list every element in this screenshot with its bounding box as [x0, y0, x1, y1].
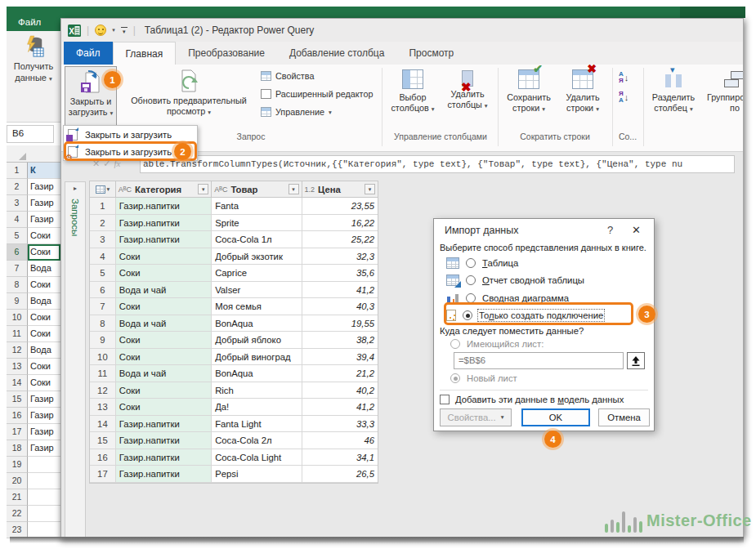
excel-row-number[interactable]: 2 [7, 179, 28, 195]
excel-cell[interactable]: Соки [28, 310, 60, 326]
excel-cell[interactable]: Соки [28, 375, 60, 391]
excel-cell[interactable]: Вода [28, 342, 60, 359]
excel-cell[interactable]: Газир [28, 195, 60, 212]
excel-row-number[interactable]: 13 [7, 359, 28, 375]
expand-pane-icon[interactable]: ▸ [65, 182, 85, 192]
cell-category[interactable]: Газир.напитки [116, 416, 212, 433]
excel-cell[interactable]: Соки [28, 228, 60, 244]
sort-ascending-button[interactable]: АЯ↓ [619, 71, 629, 84]
radio-button[interactable] [466, 293, 476, 303]
excel-cell[interactable]: Вода [28, 261, 60, 277]
excel-cell[interactable] [28, 489, 60, 506]
row-number[interactable]: 10 [90, 349, 116, 366]
column-header-category[interactable]: AᴮC Категория ▾ [116, 181, 212, 197]
keep-rows-button[interactable]: ✔ Сохранитьстроки ▾ [503, 66, 555, 128]
cell-category[interactable]: Соки [116, 248, 212, 266]
excel-cell[interactable]: Соки [28, 277, 60, 293]
radio-button[interactable] [466, 275, 476, 285]
filter-button[interactable]: ▾ [198, 184, 208, 194]
excel-cell[interactable]: Соки [28, 244, 60, 261]
cell-price[interactable]: 19,55 [302, 315, 378, 333]
cell-product[interactable]: Caprice [212, 265, 302, 282]
cell-price[interactable]: 16,22 [302, 215, 378, 232]
cell-product[interactable]: Fanta [212, 198, 302, 215]
close-icon[interactable]: ✕ [632, 224, 641, 236]
tab-transform[interactable]: Преобразование [176, 42, 277, 65]
cell-category[interactable]: Соки [116, 332, 212, 349]
row-number[interactable]: 14 [90, 416, 116, 433]
cell-category[interactable]: Газир.напитки [116, 215, 212, 232]
excel-cell[interactable] [28, 506, 60, 522]
row-number[interactable]: 11 [90, 365, 116, 382]
cell-product[interactable]: Coca-Cola 2л [212, 432, 302, 449]
collapse-dialog-button[interactable] [627, 352, 645, 369]
excel-cell[interactable]: Газир [28, 440, 60, 457]
excel-row-number[interactable]: 12 [7, 342, 28, 359]
advanced-editor-button[interactable]: Расширенный редактор [261, 89, 373, 99]
checkbox[interactable] [440, 395, 450, 404]
range-input[interactable]: =$B$6 [454, 352, 624, 369]
row-number[interactable]: 13 [90, 399, 116, 416]
radio-button[interactable] [463, 310, 472, 320]
get-data-button[interactable]: Получить данные ▾ [7, 34, 60, 85]
cell-category[interactable]: Вода и чай [116, 315, 212, 333]
add-to-data-model-checkbox[interactable]: Добавить эти данные в модель данных [440, 395, 624, 404]
excel-cell[interactable] [28, 457, 60, 473]
ok-button[interactable]: OK [521, 408, 590, 426]
cell-product[interactable]: Fanta Light [212, 416, 302, 433]
cell-category[interactable]: Соки [116, 298, 212, 315]
filter-button[interactable]: ▾ [289, 184, 299, 194]
excel-row-number[interactable]: 4 [7, 212, 28, 228]
row-number[interactable]: 15 [90, 432, 116, 449]
row-number[interactable]: 16 [90, 449, 116, 466]
cell-price[interactable]: 32,3 [302, 248, 378, 266]
radio-button[interactable] [466, 258, 476, 268]
cell-product[interactable]: Добрый яблоко [212, 332, 302, 349]
choose-columns-button[interactable]: Выборстолбцов ▾ [387, 66, 439, 128]
refresh-preview-button[interactable]: Обновить предварительныйпросмотр ▾ [122, 66, 256, 128]
cell-product[interactable]: BonAqua [212, 365, 302, 382]
excel-row-number[interactable]: 17 [7, 424, 28, 440]
excel-cell[interactable]: Соки [28, 359, 60, 375]
excel-row-number[interactable]: 3 [7, 195, 28, 212]
excel-row-number[interactable]: 18 [7, 440, 28, 457]
cell-category[interactable]: Соки [116, 382, 212, 399]
cell-product[interactable]: Valser [212, 282, 302, 299]
excel-cell[interactable]: Газир [28, 179, 60, 195]
split-column-button[interactable]: Разделитьстолбец ▾ [646, 66, 700, 128]
filter-button[interactable]: ▾ [365, 184, 375, 194]
cell-product[interactable]: Добрый виноград [212, 349, 302, 366]
import-option[interactable]: Отчет сводной таблицы [446, 272, 642, 290]
import-option[interactable]: Таблица [446, 254, 642, 272]
cell-price[interactable]: 46 [302, 432, 378, 449]
cell-product[interactable]: BonAqua [212, 315, 302, 333]
formula-input[interactable]: able.TransformColumnTypes(Источник,{{"Ка… [140, 155, 735, 173]
excel-row-number[interactable]: 16 [7, 408, 28, 424]
excel-row-number[interactable]: 9 [7, 293, 28, 310]
cancel-button[interactable]: Отмена [598, 408, 650, 426]
excel-cell[interactable]: Газир [28, 424, 60, 440]
row-number[interactable]: 1 [90, 198, 116, 215]
row-number[interactable]: 9 [90, 332, 116, 349]
cell-price[interactable]: 26,5 [302, 466, 378, 483]
cell-category[interactable]: Вода и чай [116, 365, 212, 382]
excel-row-number[interactable]: 6 [7, 244, 28, 261]
excel-cell[interactable] [28, 473, 60, 489]
excel-cell[interactable]: Газир [28, 212, 60, 228]
cell-category[interactable]: Газир.напитки [116, 466, 212, 483]
excel-row-number[interactable]: 7 [7, 261, 28, 277]
excel-row-number[interactable]: 21 [7, 489, 28, 506]
excel-cell[interactable] [28, 522, 60, 538]
excel-file-tab[interactable]: Файл [18, 17, 41, 27]
cell-category[interactable]: Газир.напитки [116, 432, 212, 449]
cell-price[interactable]: 23,55 [302, 198, 378, 215]
menu-item[interactable]: Закрыть и загрузить [64, 126, 197, 143]
tab-home[interactable]: Главная [113, 42, 177, 65]
excel-cell[interactable]: Вода [28, 293, 60, 310]
cell-category[interactable]: Соки [116, 349, 212, 366]
excel-row-number[interactable]: 1 [7, 163, 28, 179]
column-header-product[interactable]: AᴮC Товар ▾ [212, 181, 302, 197]
row-number[interactable]: 8 [90, 315, 116, 333]
cell-product[interactable]: Rich [212, 382, 302, 399]
cell-category[interactable]: Соки [116, 399, 212, 416]
